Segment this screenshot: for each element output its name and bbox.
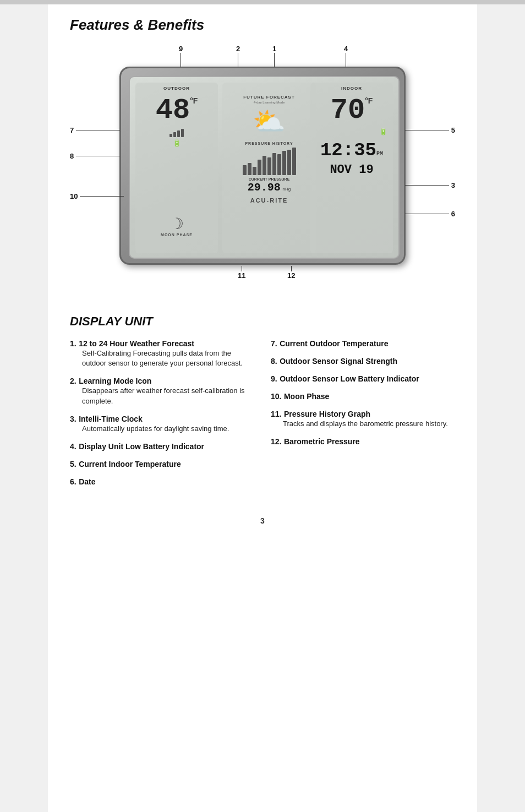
feature-item-8: 8. Outdoor Sensor Signal Strength (271, 356, 455, 366)
callout-left-10: 10 (70, 192, 124, 200)
page-title: Features & Benefits (70, 17, 455, 34)
features-left-column: 1. 12 to 24 Hour Weather Forecast Self-C… (70, 339, 254, 494)
feature-item-9: 9. Outdoor Sensor Low Battery Indicator (271, 374, 455, 384)
callout-bottom-12: 12 (287, 266, 295, 280)
date-display: NOV 19 (310, 163, 393, 177)
page-number: 3 (70, 516, 455, 525)
brand-name: ACU-RITE (222, 197, 316, 204)
feature-2-desc: Disappears after weather forecast self-c… (82, 386, 254, 406)
learning-mode-text: 4-day Learning Mode (222, 101, 316, 104)
current-pressure-value: 29.98 (248, 181, 281, 194)
indoor-unit: °F (365, 96, 373, 105)
feature-item-7: 7. Current Outdoor Temperature (271, 339, 455, 348)
callout-left-7: 7 (70, 126, 120, 134)
cloud-icon: ⛅ (222, 106, 316, 137)
feature-item-5: 5. Current Indoor Temperature (70, 459, 254, 469)
outdoor-signal (135, 129, 218, 137)
pressure-history-label: PRESSURE HISTORY (222, 141, 316, 145)
clock-time: 12:35PM (310, 140, 393, 161)
features-right-column: 7. Current Outdoor Temperature 8. Outdoo… (271, 339, 455, 494)
device-image: OUTDOOR 48 °F (119, 67, 406, 265)
callout-right-5: 5 (405, 126, 455, 134)
feature-item-2: 2. Learning Mode Icon Disappears after w… (70, 376, 254, 406)
callout-left-8: 8 (70, 152, 120, 160)
feature-3-desc: Automatically updates for daylight savin… (82, 424, 254, 434)
outdoor-unit: °F (190, 96, 198, 105)
feature-11-desc: Tracks and displays the barometric press… (283, 419, 455, 429)
feature-item-11: 11. Pressure History Graph Tracks and di… (271, 409, 455, 429)
feature-1-desc: Self-Calibrating Forecasting pulls data … (82, 348, 254, 368)
pressure-unit: inHg (282, 187, 291, 192)
callout-right-3: 3 (405, 181, 455, 189)
feature-item-4: 4. Display Unit Low Battery Indicator (70, 442, 254, 451)
outdoor-temp: 48 (156, 94, 190, 127)
callout-right-6: 6 (405, 210, 455, 218)
moon-phase: ☽ MOON PHASE (141, 215, 212, 237)
section-title: DISPLAY UNIT (70, 314, 455, 329)
feature-item-10: 10. Moon Phase (271, 391, 455, 401)
forecast-label: FUTURE FORECAST (222, 95, 316, 100)
callout-bottom-11: 11 (238, 266, 245, 280)
indoor-temp: 70 (331, 94, 365, 127)
moon-label: MOON PHASE (141, 233, 212, 237)
features-grid: 1. 12 to 24 Hour Weather Forecast Self-C… (70, 339, 455, 494)
feature-item-12: 12. Barometric Pressure (271, 437, 455, 446)
outdoor-label: OUTDOOR (135, 86, 218, 91)
feature-item-6: 6. Date (70, 477, 254, 487)
feature-item-3: 3. Intelli-Time Clock Automatically upda… (70, 414, 254, 434)
clock-ampm: PM (376, 151, 383, 157)
display-unit-section: DISPLAY UNIT 1. 12 to 24 Hour Weather Fo… (70, 314, 455, 494)
pressure-bars (227, 148, 311, 175)
indoor-label: INDOOR (310, 86, 393, 91)
feature-item-1: 1. 12 to 24 Hour Weather Forecast Self-C… (70, 339, 254, 368)
diagram-container: 9 2 1 4 OUTDOOR (70, 45, 455, 298)
current-pressure-label: CURRENT PRESSURE (222, 177, 316, 181)
